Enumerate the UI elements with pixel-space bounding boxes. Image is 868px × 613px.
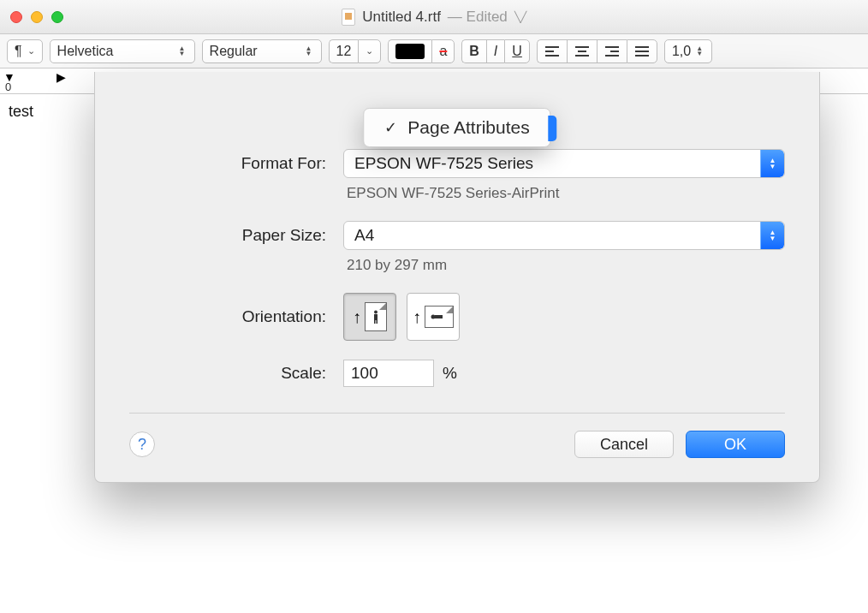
ok-label: OK xyxy=(724,436,746,454)
paper-size-label: Paper Size: xyxy=(129,226,326,245)
align-center-button[interactable] xyxy=(567,39,597,63)
title-chevron-icon: ╲╱ xyxy=(514,11,526,23)
line-spacing-label: 1,0 xyxy=(672,44,691,59)
paper-size-select[interactable]: A4 ▲▼ xyxy=(343,221,785,250)
cancel-label: Cancel xyxy=(600,436,648,454)
scale-row: % xyxy=(343,360,785,387)
stepper-icon: ▲▼ xyxy=(306,46,314,57)
orientation-group: ↑ ↑ xyxy=(343,293,785,341)
font-family-label: Helvetica xyxy=(57,44,114,59)
scale-input[interactable] xyxy=(343,360,434,387)
paper-size-subtext: 210 by 297 mm xyxy=(343,257,785,274)
page-portrait-icon xyxy=(365,302,387,331)
color-swatch-icon xyxy=(395,44,425,59)
pilcrow-icon: ¶ xyxy=(15,44,22,59)
help-button[interactable]: ? xyxy=(129,431,155,457)
ok-button[interactable]: OK xyxy=(686,431,785,458)
svg-rect-15 xyxy=(377,320,378,324)
text-color-button[interactable] xyxy=(388,39,431,63)
divider xyxy=(129,413,785,414)
strikethrough-color-button[interactable]: a xyxy=(431,39,455,63)
tab-stop-marker[interactable]: ▶ xyxy=(56,70,66,84)
svg-rect-13 xyxy=(374,314,378,320)
align-left-icon xyxy=(544,45,560,57)
percent-label: % xyxy=(443,364,457,383)
window-title[interactable]: Untitled 4.rtf — Edited ╲╱ xyxy=(0,9,868,26)
popup-arrows-icon: ▲▼ xyxy=(760,150,784,177)
bold-label: B xyxy=(469,44,479,59)
stepper-icon: ▲▼ xyxy=(179,46,187,57)
font-size-label: 12 xyxy=(336,44,352,59)
underline-label: U xyxy=(512,44,522,59)
stepper-icon: ▲▼ xyxy=(696,46,705,57)
format-for-label: Format For: xyxy=(129,154,326,173)
toolbar: ¶ ⌄ Helvetica ▲▼ Regular ▲▼ 12 ⌄ a B I U xyxy=(0,34,868,68)
svg-rect-14 xyxy=(374,320,376,324)
paper-size-value: A4 xyxy=(354,226,374,245)
paragraph-menu[interactable]: ¶ ⌄ xyxy=(7,39,43,63)
orientation-label: Orientation: xyxy=(129,307,326,326)
page-setup-form: Format For: EPSON WF-7525 Series ▲▼ EPSO… xyxy=(129,149,785,387)
chevron-down-icon: ⌄ xyxy=(366,45,373,57)
popup-arrows-icon: ▲▼ xyxy=(760,222,784,249)
align-left-button[interactable] xyxy=(537,39,567,63)
document-icon xyxy=(342,9,355,26)
arrow-up-icon: ↑ xyxy=(353,307,361,327)
section-popup-end-icon xyxy=(549,116,557,141)
format-for-value: EPSON WF-7525 Series xyxy=(354,154,533,173)
section-popup-label: Page Attributes xyxy=(407,117,529,138)
sheet-footer: ? Cancel OK xyxy=(129,431,785,458)
chevron-down-icon: ⌄ xyxy=(27,45,35,57)
scale-label: Scale: xyxy=(129,364,326,383)
underline-button[interactable]: U xyxy=(504,39,530,63)
italic-label: I xyxy=(494,44,497,59)
format-for-subtext: EPSON WF-7525 Series-AirPrint xyxy=(343,185,785,202)
align-center-icon xyxy=(574,45,590,57)
person-landscape-icon xyxy=(431,312,446,322)
strike-sample-icon: a xyxy=(439,44,447,59)
ruler-zero-label: 0 xyxy=(5,80,11,93)
font-size-field[interactable]: 12 xyxy=(329,39,359,63)
cancel-button[interactable]: Cancel xyxy=(574,431,674,458)
window: Untitled 4.rtf — Edited ╲╱ ¶ ⌄ Helvetica… xyxy=(0,0,868,613)
font-size-menu[interactable]: ⌄ xyxy=(358,39,381,63)
align-right-icon xyxy=(604,45,620,57)
titlebar: Untitled 4.rtf — Edited ╲╱ xyxy=(0,0,868,34)
filename-label: Untitled 4.rtf xyxy=(362,9,441,26)
orientation-portrait-button[interactable]: ↑ xyxy=(343,293,396,341)
svg-point-12 xyxy=(374,311,378,314)
help-label: ? xyxy=(138,436,146,454)
bold-button[interactable]: B xyxy=(461,39,486,63)
font-style-label: Regular xyxy=(210,44,258,59)
svg-point-16 xyxy=(431,315,436,319)
italic-button[interactable]: I xyxy=(486,39,504,63)
align-justify-button[interactable] xyxy=(627,39,657,63)
check-icon: ✓ xyxy=(384,118,397,137)
align-right-button[interactable] xyxy=(597,39,627,63)
align-justify-icon xyxy=(634,45,650,57)
font-style-select[interactable]: Regular ▲▼ xyxy=(202,39,322,63)
arrow-up-icon: ↑ xyxy=(413,307,421,327)
page-landscape-icon xyxy=(425,306,454,328)
page-setup-sheet: ✓ Page Attributes Format For: EPSON WF-7… xyxy=(94,72,820,483)
section-popup[interactable]: ✓ Page Attributes xyxy=(363,108,550,147)
font-family-select[interactable]: Helvetica ▲▼ xyxy=(50,39,195,63)
orientation-landscape-button[interactable]: ↑ xyxy=(407,293,460,341)
line-spacing-select[interactable]: 1,0 ▲▼ xyxy=(664,39,712,63)
button-row: Cancel OK xyxy=(574,431,785,458)
edited-label: — Edited xyxy=(448,9,508,26)
format-for-select[interactable]: EPSON WF-7525 Series ▲▼ xyxy=(343,149,785,178)
person-icon xyxy=(372,310,379,324)
